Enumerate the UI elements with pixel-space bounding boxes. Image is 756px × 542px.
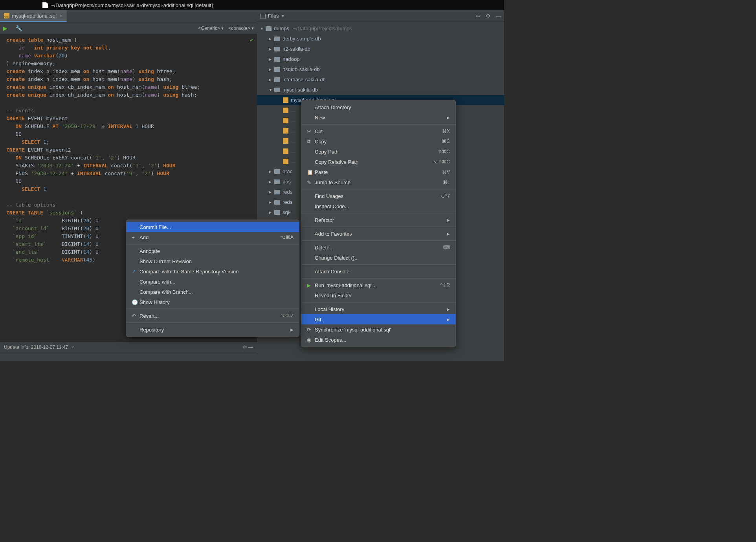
editor-toolbar: ▶ 🔧 <Generic> ▾ <console> ▾: [0, 22, 257, 34]
menu-item[interactable]: Add to Favorites▶: [301, 229, 455, 239]
close-icon[interactable]: ×: [60, 13, 63, 19]
menu-item[interactable]: Refactor▶: [301, 215, 455, 225]
menu-item[interactable]: Delete...⌨: [301, 242, 455, 253]
menu-item[interactable]: Show Current Revision: [126, 256, 299, 266]
bottom-strip: [0, 352, 257, 361]
menu-item[interactable]: 📋Paste⌘V: [301, 167, 455, 177]
gear-icon[interactable]: ⚙: [486, 13, 490, 19]
tree-folder[interactable]: ▶hadoop: [257, 54, 504, 64]
menu-item[interactable]: ⧉Copy⌘C: [301, 136, 455, 146]
split-icon[interactable]: ⇹: [476, 13, 480, 19]
menu-item[interactable]: New▶: [301, 112, 455, 123]
menu-item[interactable]: Annotate: [126, 246, 299, 256]
file-icon: [42, 2, 48, 8]
tree-folder[interactable]: ▶interbase-sakila-db: [257, 75, 504, 85]
tree-folder[interactable]: ▶hsqldb-sakila-db: [257, 64, 504, 75]
menu-item[interactable]: ◉Edit Scopes...: [301, 335, 455, 345]
tree-folder-open[interactable]: ▼mysql-sakila-db: [257, 85, 504, 95]
menu-item[interactable]: Find Usages⌥F7: [301, 191, 455, 201]
menu-item[interactable]: +Add⌥⌘A: [126, 232, 299, 242]
menu-item[interactable]: Local History▶: [301, 304, 455, 314]
menu-item[interactable]: Copy Path⇧⌘C: [301, 146, 455, 157]
menu-item[interactable]: Compare with Branch...: [126, 287, 299, 297]
gear-icon[interactable]: ⚙ —: [243, 344, 253, 350]
menu-item[interactable]: 🕐Show History: [126, 297, 299, 307]
menu-item[interactable]: Repository▶: [126, 324, 299, 335]
menu-item[interactable]: ✂Cut⌘X: [301, 126, 455, 136]
menu-item[interactable]: ▶Run 'mysql-additional.sql'...^⇧R: [301, 280, 455, 290]
files-title: Files: [268, 13, 279, 19]
wrench-icon[interactable]: 🔧: [15, 25, 22, 31]
tab-label: mysql-additional.sql: [12, 13, 57, 19]
menu-item[interactable]: Git▶: [301, 314, 455, 324]
sql-file-icon: SQL: [4, 13, 9, 18]
tree-root[interactable]: ▼ dumps ~/DatagripProjects/dumps: [257, 24, 504, 34]
chevron-down-icon[interactable]: ▼: [281, 14, 284, 18]
menu-item[interactable]: Attach Directory: [301, 102, 455, 112]
run-icon[interactable]: ▶: [3, 25, 7, 31]
menu-item[interactable]: Commit File...: [126, 222, 299, 232]
context-menu-files: Attach DirectoryNew▶✂Cut⌘X⧉Copy⌘CCopy Pa…: [301, 100, 456, 347]
editor-tabs: SQL mysql-additional.sql ×: [0, 10, 257, 22]
checkmark-icon: ✔: [250, 36, 253, 44]
menu-item[interactable]: ↶Revert...⌥⌘Z: [126, 311, 299, 321]
tree-folder[interactable]: ▶derby-sample-db: [257, 34, 504, 44]
context-menu-git: Commit File...+Add⌥⌘AAnnotateShow Curren…: [126, 220, 299, 337]
folder-icon: [260, 14, 266, 18]
menu-item[interactable]: Reveal in Finder: [301, 290, 455, 300]
menu-item[interactable]: Attach Console: [301, 266, 455, 276]
menu-item[interactable]: ✎Jump to Source⌘↓: [301, 177, 455, 187]
menu-item[interactable]: Change Dialect ()...: [301, 253, 455, 263]
status-bar: Update Info: 2018-12-07 11:47 × ⚙ —: [0, 342, 257, 352]
minimize-icon[interactable]: —: [496, 13, 501, 19]
tab-mysql-additional[interactable]: SQL mysql-additional.sql ×: [0, 10, 67, 22]
status-text: Update Info: 2018-12-07 11:47: [4, 344, 68, 350]
console-combo[interactable]: <console> ▾: [228, 26, 254, 31]
window-titlebar: ~/DatagripProjects/dumps/mysql-sakila-db…: [0, 0, 504, 10]
tree-folder[interactable]: ▶h2-sakila-db: [257, 44, 504, 54]
dialect-combo[interactable]: <Generic> ▾: [198, 26, 224, 31]
menu-item[interactable]: ⟳Synchronize 'mysql-additional.sql': [301, 324, 455, 335]
menu-item[interactable]: Inspect Code...: [301, 201, 455, 211]
close-icon[interactable]: ×: [71, 344, 74, 350]
window-title: ~/DatagripProjects/dumps/mysql-sakila-db…: [51, 2, 213, 8]
files-panel-header: Files ▼ ⇹ ⚙ —: [257, 10, 504, 22]
menu-item[interactable]: Compare with...: [126, 276, 299, 287]
menu-item[interactable]: Copy Relative Path⌥⇧⌘C: [301, 157, 455, 167]
menu-item[interactable]: ↗Compare with the Same Repository Versio…: [126, 266, 299, 276]
